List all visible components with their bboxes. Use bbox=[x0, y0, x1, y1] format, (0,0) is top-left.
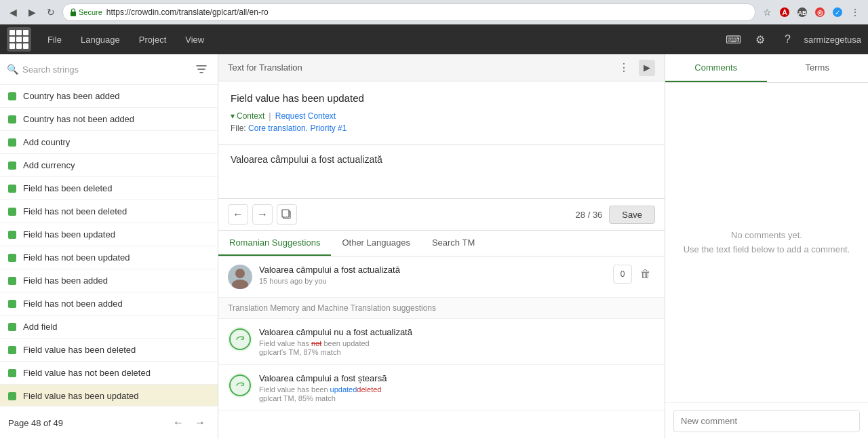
list-item-label: Field value has been deleted bbox=[23, 345, 136, 355]
filter-button[interactable] bbox=[192, 60, 211, 79]
browser-menu-button[interactable]: ⋮ bbox=[848, 5, 863, 20]
translation-header: Text for Translation ⋮ ▶ bbox=[218, 54, 665, 81]
tm-icon bbox=[228, 373, 252, 398]
list-item-indicator bbox=[8, 277, 16, 285]
list-item[interactable]: Field value has not been deleted bbox=[0, 362, 218, 385]
context-link[interactable]: ▾ Context bbox=[231, 111, 264, 121]
app-logo-button[interactable] bbox=[7, 27, 31, 52]
extension-icon-2[interactable]: AB bbox=[795, 5, 810, 20]
list-item-label: Add country bbox=[23, 137, 70, 147]
translation-editor[interactable]: Valoarea câmpului a fost actualizată bbox=[218, 145, 665, 199]
suggestion-actions: 0 🗑 bbox=[613, 265, 655, 284]
menu-item-view[interactable]: View bbox=[176, 24, 214, 54]
list-item[interactable]: Add currency bbox=[0, 154, 218, 177]
list-item[interactable]: Field has been added bbox=[0, 269, 218, 292]
help-icon-button[interactable]: ? bbox=[776, 28, 798, 50]
toolbar-next-button[interactable]: → bbox=[252, 204, 273, 225]
tm-text: Valoarea câmpului a fost ștearsă bbox=[259, 373, 655, 383]
extension-icon-1[interactable]: A bbox=[777, 5, 792, 20]
list-item-active[interactable]: Field value has been updated bbox=[0, 385, 218, 406]
svg-rect-0 bbox=[71, 12, 76, 16]
tab-other-languages[interactable]: Other Languages bbox=[331, 231, 420, 256]
tab-romanian-suggestions[interactable]: Romanian Suggestions bbox=[218, 231, 331, 256]
list-item-indicator bbox=[8, 161, 16, 170]
more-options-button[interactable]: ⋮ bbox=[614, 58, 633, 77]
list-item[interactable]: Field value has been deleted bbox=[0, 339, 218, 362]
tm-item[interactable]: Valoarea câmpului a fost ștearsă Field v… bbox=[218, 365, 665, 411]
list-item[interactable]: Add country bbox=[0, 131, 218, 154]
toolbar-right: 28 / 36 Save bbox=[576, 206, 655, 224]
toolbar-copy-button[interactable] bbox=[277, 204, 297, 225]
tm-source: Field value has not been updated bbox=[259, 339, 655, 347]
highlight-not: not bbox=[311, 339, 321, 347]
pagination-prev-button[interactable]: ← bbox=[169, 413, 188, 432]
delete-suggestion-button[interactable]: 🗑 bbox=[636, 265, 655, 284]
list-item-label: Field has been deleted bbox=[23, 183, 113, 193]
list-item-label: Field has not been added bbox=[23, 299, 123, 309]
toolbar-prev-button[interactable]: ← bbox=[228, 204, 248, 225]
collapse-button[interactable]: ▶ bbox=[639, 60, 655, 76]
svg-point-11 bbox=[235, 269, 245, 278]
list-item[interactable]: Country has not been added bbox=[0, 108, 218, 131]
keyboard-icon-button[interactable]: ⌨ bbox=[722, 28, 744, 50]
tm-item[interactable]: Valoarea câmpului nu a fost actualizată … bbox=[218, 319, 665, 365]
vote-count: 0 bbox=[613, 265, 632, 284]
address-bar: Secure https://crowdin.com/translate/gpl… bbox=[62, 3, 755, 21]
sidebar: 🔍 Country has been added Country has not… bbox=[0, 54, 218, 439]
bookmark-button[interactable]: ☆ bbox=[760, 5, 774, 20]
list-item[interactable]: Country has been added bbox=[0, 85, 218, 108]
menu-item-file[interactable]: File bbox=[38, 24, 71, 54]
address-url: https://crowdin.com/translate/gplcart/al… bbox=[106, 7, 269, 17]
file-name-link[interactable]: Core translation. Priority #1 bbox=[248, 123, 347, 133]
list-item-label: Field has been added bbox=[23, 275, 108, 286]
list-item-indicator bbox=[8, 92, 16, 100]
new-comment-input[interactable] bbox=[673, 410, 860, 432]
right-panel: Comments Terms No comments yet. Use the … bbox=[665, 54, 868, 439]
user-suggestion-item: Valoarea câmpului a fost actualizată 15 … bbox=[218, 256, 665, 298]
list-item-label: Country has been added bbox=[23, 91, 119, 101]
tab-search-tm[interactable]: Search TM bbox=[421, 231, 486, 256]
extension-icon-3[interactable]: ◎ bbox=[812, 5, 827, 20]
right-panel-content: No comments yet. Use the text field belo… bbox=[665, 83, 868, 402]
list-item-indicator bbox=[8, 185, 16, 193]
sidebar-search-bar: 🔍 bbox=[0, 54, 218, 85]
settings-icon-button[interactable]: ⚙ bbox=[749, 28, 771, 50]
save-button[interactable]: Save bbox=[609, 206, 655, 224]
list-item-label: Field has not been deleted bbox=[23, 206, 127, 216]
right-panel-footer bbox=[665, 402, 868, 439]
menu-item-project[interactable]: Project bbox=[130, 24, 176, 54]
svg-text:✓: ✓ bbox=[835, 9, 840, 16]
suggestions-content: Valoarea câmpului a fost actualizată 15 … bbox=[218, 256, 665, 439]
suggestion-meta: 15 hours ago by you bbox=[259, 277, 606, 285]
list-item[interactable]: Field has not been updated bbox=[0, 246, 218, 269]
center-panel: Text for Translation ⋮ ▶ Field value has… bbox=[218, 54, 665, 439]
highlight-strikethrough: deleted bbox=[357, 385, 381, 394]
tab-terms[interactable]: Terms bbox=[767, 54, 869, 82]
main-layout: 🔍 Country has been added Country has not… bbox=[0, 54, 868, 439]
svg-text:AB: AB bbox=[798, 9, 807, 16]
user-name[interactable]: sarmizegetusa bbox=[804, 35, 861, 45]
tab-comments[interactable]: Comments bbox=[665, 54, 767, 82]
list-item-indicator bbox=[8, 346, 16, 354]
search-input[interactable] bbox=[22, 64, 188, 75]
list-item[interactable]: Field has been updated bbox=[0, 223, 218, 246]
user-avatar bbox=[228, 265, 252, 289]
list-item-label: Field value has been updated bbox=[23, 391, 139, 401]
pagination-next-button[interactable]: → bbox=[191, 413, 210, 432]
browser-forward-button[interactable]: ▶ bbox=[24, 5, 39, 20]
source-text-area: Field value has been updated ▾ Context |… bbox=[218, 81, 665, 145]
pagination-buttons: ← → bbox=[169, 413, 210, 432]
list-item[interactable]: Field has not been deleted bbox=[0, 200, 218, 223]
browser-icons: ☆ A AB ◎ ✓ ⋮ bbox=[760, 5, 863, 20]
browser-back-button[interactable]: ◀ bbox=[5, 5, 20, 20]
list-item[interactable]: Add field bbox=[0, 316, 218, 339]
extension-icon-4[interactable]: ✓ bbox=[830, 5, 845, 20]
browser-reload-button[interactable]: ↻ bbox=[43, 5, 58, 20]
list-item-indicator bbox=[8, 208, 16, 216]
list-item[interactable]: Field has not been added bbox=[0, 292, 218, 316]
menu-item-language[interactable]: Language bbox=[71, 24, 130, 54]
request-context-link[interactable]: Request Context bbox=[275, 111, 336, 121]
list-item-indicator bbox=[8, 138, 16, 147]
list-item[interactable]: Field has been deleted bbox=[0, 177, 218, 200]
progress-text: 28 / 36 bbox=[576, 210, 603, 220]
